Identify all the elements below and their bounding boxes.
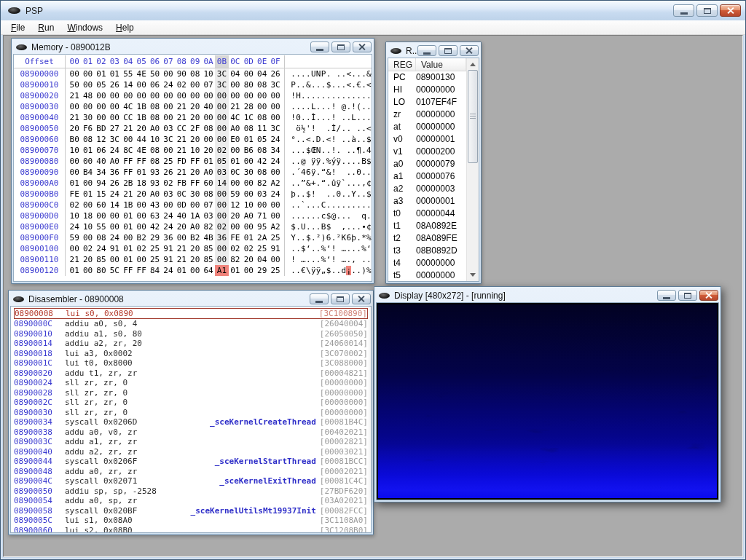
memory-minimize-button[interactable] (310, 42, 329, 52)
memory-byte-cell[interactable]: 00 (202, 112, 215, 123)
memory-byte-cell[interactable]: 00 (215, 210, 228, 221)
memory-byte-cell[interactable]: FF (122, 265, 135, 276)
memory-byte-cell[interactable]: 20 (189, 243, 202, 254)
memory-byte-cell[interactable]: 00 (162, 200, 175, 210)
memory-byte-cell[interactable]: 00 (229, 145, 242, 156)
memory-byte-cell[interactable]: 00 (108, 254, 121, 265)
memory-byte-cell[interactable]: 29 (148, 232, 161, 243)
memory-byte-cell[interactable]: CC (122, 112, 135, 123)
memory-byte-cell[interactable]: 08 (255, 167, 268, 178)
memory-byte-cell[interactable]: 00 (108, 90, 121, 101)
memory-byte-cell[interactable]: 44 (135, 134, 148, 145)
memory-byte-cell[interactable]: 00 (95, 112, 108, 123)
memory-byte-cell[interactable]: 1C (242, 112, 255, 123)
memory-byte-cell[interactable]: 10 (242, 200, 255, 210)
memory-byte-cell[interactable]: 00 (189, 79, 202, 90)
memory-byte-cell[interactable]: 0C (229, 167, 242, 178)
memory-byte-cell[interactable]: A2 (269, 221, 282, 232)
memory-byte-cell[interactable]: 00 (255, 101, 268, 112)
memory-byte-cell[interactable]: 00 (81, 178, 94, 189)
registers-scrollbar[interactable] (466, 58, 479, 281)
register-row[interactable]: t400000000 (388, 257, 466, 269)
memory-byte-cell[interactable]: 2A (255, 232, 268, 243)
memory-byte-cell[interactable]: 20 (175, 221, 188, 232)
memory-byte-cell[interactable]: 55 (122, 68, 135, 79)
memory-byte-cell[interactable]: 03 (162, 123, 175, 134)
memory-byte-cell[interactable]: 2B (122, 178, 135, 189)
disasm-row[interactable]: 08900044syscall 0x0206F_sceKernelStartTh… (14, 457, 368, 467)
memory-byte-cell[interactable]: 64 (202, 265, 215, 276)
memory-byte-cell[interactable]: A2 (269, 178, 282, 189)
memory-byte-cell[interactable]: 93 (148, 167, 161, 178)
disasm-row[interactable]: 0890004Csyscall 0x02071_sceKernelExitThr… (14, 476, 368, 486)
memory-byte-cell[interactable]: 55 (95, 221, 108, 232)
memory-byte-cell[interactable]: A0 (229, 123, 242, 134)
memory-byte-cell[interactable]: 00 (242, 68, 255, 79)
memory-byte-cell[interactable]: A1 (215, 265, 228, 276)
memory-byte-cell[interactable]: 20 (242, 254, 255, 265)
memory-byte-cell[interactable]: 10 (68, 210, 81, 221)
memory-byte-cell[interactable]: 82 (255, 178, 268, 189)
memory-byte-cell[interactable]: 00 (122, 90, 135, 101)
memory-byte-cell[interactable]: 08 (148, 101, 161, 112)
reg-column-header[interactable]: REG (388, 58, 416, 71)
memory-byte-cell[interactable]: 01 (68, 265, 81, 276)
disasm-row[interactable]: 0890000Caddiu a0, s0, 4[26040004] (14, 319, 368, 329)
memory-byte-cell[interactable]: 00 (215, 90, 228, 101)
memory-byte-cell[interactable]: 00 (81, 200, 94, 210)
disasm-row[interactable]: 08900038addu a0, v0, zr[00402021] (14, 427, 368, 438)
memory-byte-cell[interactable]: 85 (202, 243, 215, 254)
memory-byte-cell[interactable]: 59 (229, 189, 242, 200)
memory-byte-cell[interactable]: 0C (175, 189, 188, 200)
memory-byte-cell[interactable]: 00 (81, 101, 94, 112)
memory-byte-cell[interactable]: 21 (68, 112, 81, 123)
memory-byte-cell[interactable]: FE (68, 189, 81, 200)
registers-close-button[interactable] (460, 45, 479, 56)
memory-byte-cell[interactable]: 20 (68, 123, 81, 134)
memory-byte-cell[interactable]: 01 (229, 156, 242, 167)
register-row[interactable]: t500000000 (388, 269, 466, 282)
disasm-row[interactable]: 0890002Csll zr, zr, 0[00000000] (14, 398, 368, 408)
disasm-row[interactable]: 08900010addiu a1, s0, 80[26050050] (14, 329, 368, 339)
memory-byte-cell[interactable]: 00 (189, 200, 202, 210)
memory-byte-cell[interactable]: 20 (229, 210, 242, 221)
memory-titlebar[interactable]: Memory - 0890012B (13, 40, 372, 54)
memory-byte-cell[interactable]: 00 (202, 90, 215, 101)
memory-byte-cell[interactable]: 00 (135, 254, 148, 265)
memory-byte-cell[interactable]: 48 (81, 90, 94, 101)
memory-byte-cell[interactable]: 34 (269, 145, 282, 156)
memory-byte-cell[interactable]: 08 (148, 156, 161, 167)
memory-byte-cell[interactable]: 10 (81, 221, 94, 232)
memory-byte-cell[interactable]: 01 (175, 265, 188, 276)
memory-byte-cell[interactable]: 02 (215, 145, 228, 156)
memory-byte-cell[interactable]: 02 (215, 221, 228, 232)
memory-byte-cell[interactable]: 02 (81, 243, 94, 254)
memory-byte-cell[interactable]: 95 (255, 221, 268, 232)
disasm-row[interactable]: 0890001Clui t0, 0x8000[3C088000] (14, 358, 368, 368)
memory-byte-cell[interactable]: 00 (81, 68, 94, 79)
memory-byte-cell[interactable]: 24 (269, 156, 282, 167)
memory-byte-cell[interactable]: 50 (68, 79, 81, 90)
memory-byte-cell[interactable]: 04 (255, 68, 268, 79)
memory-byte-cell[interactable]: 00 (229, 221, 242, 232)
memory-byte-cell[interactable]: 00 (189, 265, 202, 276)
memory-byte-cell[interactable]: 00 (242, 90, 255, 101)
register-row[interactable]: t208A089FE (388, 232, 466, 245)
memory-byte-cell[interactable]: 21 (175, 254, 188, 265)
disasm-row[interactable]: 08900028sll zr, zr, 0[00000000] (14, 388, 368, 398)
memory-byte-cell[interactable]: FE (229, 232, 242, 243)
memory-byte-cell[interactable]: 21 (122, 189, 135, 200)
display-titlebar[interactable]: Display [480x272] - [running] (376, 288, 719, 302)
memory-byte-cell[interactable]: 10 (68, 145, 81, 156)
memory-byte-cell[interactable]: 01 (81, 145, 94, 156)
memory-byte-cell[interactable]: 12 (95, 134, 108, 145)
register-row[interactable]: PC08900130 (388, 71, 466, 84)
memory-byte-cell[interactable]: 18 (81, 210, 94, 221)
memory-byte-cell[interactable]: 00 (215, 254, 228, 265)
memory-byte-cell[interactable]: 14 (215, 178, 228, 189)
memory-byte-cell[interactable]: 14 (108, 200, 121, 210)
memory-byte-cell[interactable]: 91 (162, 254, 175, 265)
memory-byte-cell[interactable]: 21 (229, 101, 242, 112)
memory-byte-cell[interactable]: 40 (175, 210, 188, 221)
memory-byte-cell[interactable]: 84 (148, 265, 161, 276)
